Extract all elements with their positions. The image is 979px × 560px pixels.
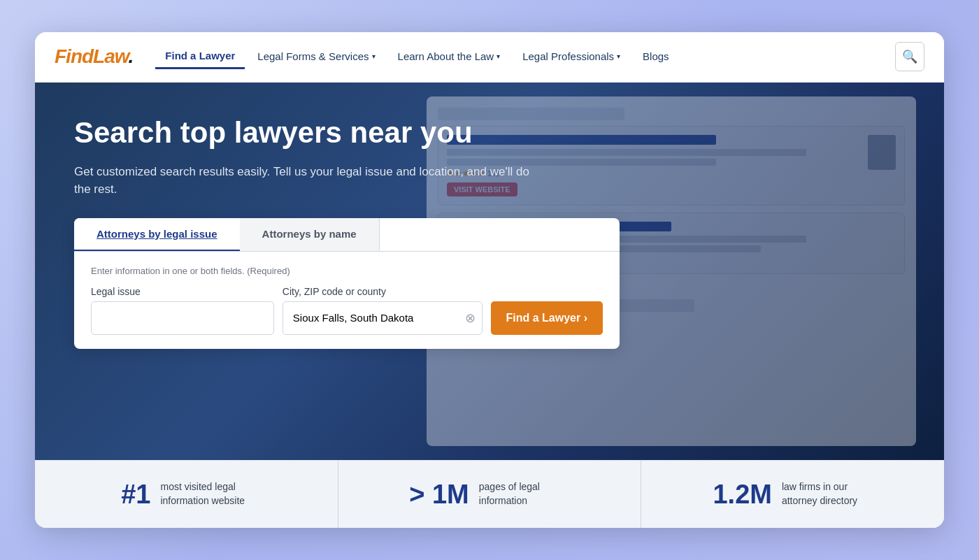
stat-item-2: > 1M pages of legal information	[338, 461, 642, 527]
search-icon: 🔍	[902, 49, 917, 64]
nav-find-lawyer[interactable]: Find a Lawyer	[155, 44, 245, 69]
stat-number-3: 1.2M	[713, 481, 771, 508]
chevron-down-icon: ▾	[617, 52, 620, 60]
tab-attorneys-by-name[interactable]: Attorneys by name	[240, 218, 380, 251]
search-fields: Legal issue City, ZIP code or county ⊗ F…	[91, 286, 603, 335]
location-wrapper: ⊗	[283, 301, 483, 335]
chevron-down-icon: ▾	[372, 52, 376, 60]
hero-section: ★★★★★ 142 VISIT WEBSITE ★★★★☆ 13 Search …	[35, 82, 944, 460]
header-search-button[interactable]: 🔍	[895, 42, 924, 71]
location-input[interactable]	[283, 301, 483, 335]
hero-title: Search top lawyers near you	[74, 116, 522, 150]
main-card: FindLaw. Find a Lawyer Legal Forms & Ser…	[35, 32, 944, 527]
site-logo[interactable]: FindLaw.	[55, 45, 133, 68]
chevron-down-icon: ▾	[496, 52, 500, 60]
legal-issue-group: Legal issue	[91, 286, 274, 335]
main-nav: Find a Lawyer Legal Forms & Services ▾ L…	[155, 44, 895, 69]
nav-blogs[interactable]: Blogs	[633, 45, 679, 68]
hero-subtitle: Get customized search results easily. Te…	[74, 163, 536, 199]
stats-bar: #1 most visited legal information websit…	[35, 460, 944, 527]
location-group: City, ZIP code or county ⊗	[283, 286, 483, 335]
location-clear-button[interactable]: ⊗	[465, 312, 476, 324]
nav-legal-forms[interactable]: Legal Forms & Services ▾	[248, 45, 385, 68]
legal-issue-label: Legal issue	[91, 286, 274, 297]
search-tabs: Attorneys by legal issue Attorneys by na…	[74, 218, 620, 252]
search-form-body: Enter information in one or both fields.…	[74, 252, 620, 349]
stat-text-2: pages of legal information	[479, 480, 570, 508]
stat-text-1: most visited legal information website	[160, 480, 251, 508]
stat-text-3: law firms in our attorney directory	[782, 480, 873, 508]
nav-legal-pros[interactable]: Legal Professionals ▾	[513, 45, 630, 68]
legal-issue-input[interactable]	[91, 301, 274, 335]
site-header: FindLaw. Find a Lawyer Legal Forms & Ser…	[35, 32, 944, 82]
stat-number-1: #1	[121, 481, 150, 508]
stat-item-3: 1.2M law firms in our attorney directory	[641, 461, 944, 527]
find-lawyer-button[interactable]: Find a Lawyer ›	[491, 301, 603, 335]
search-required-text: Enter information in one or both fields.…	[91, 266, 603, 276]
stat-item-1: #1 most visited legal information websit…	[35, 461, 338, 527]
nav-learn-law[interactable]: Learn About the Law ▾	[388, 45, 510, 68]
location-label: City, ZIP code or county	[283, 286, 483, 297]
tab-attorneys-by-issue[interactable]: Attorneys by legal issue	[74, 218, 240, 251]
hero-content: Search top lawyers near you Get customiz…	[35, 82, 944, 348]
search-card: Attorneys by legal issue Attorneys by na…	[74, 218, 620, 349]
stat-number-2: > 1M	[409, 481, 469, 508]
